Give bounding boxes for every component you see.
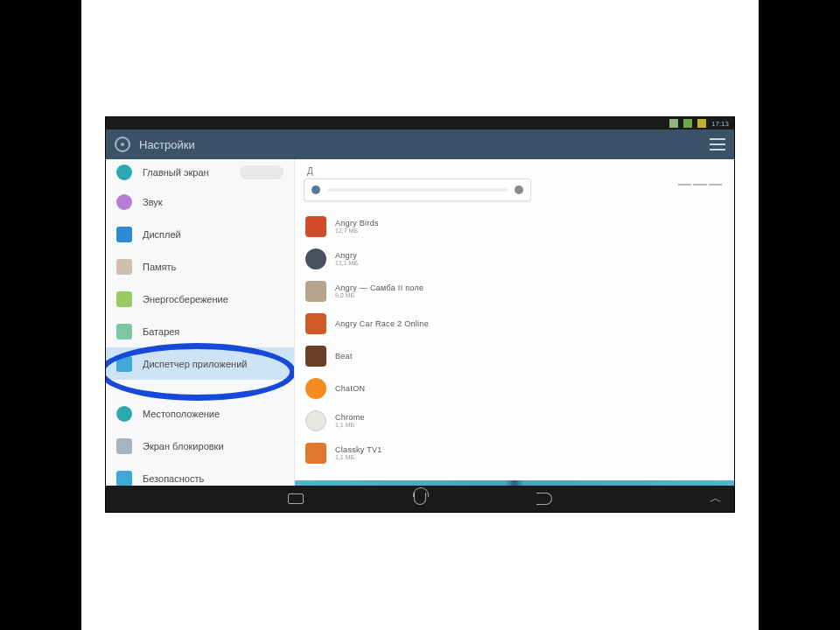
app-name: Angry [335,251,358,260]
app-size: 12,7 МБ [335,228,379,234]
sidebar-item-label: Батарея [143,326,179,337]
sidebar-item-label: Безопасность [143,473,204,484]
apps-icon [116,356,132,372]
nav-recent-button[interactable] [286,492,305,506]
sidebar-item-label: Экран блокировки [143,441,224,452]
app-size: 1,1 МБ [335,422,365,428]
security-icon [116,471,132,486]
app-title-bar: Настройки [106,130,734,159]
app-icon [305,378,326,399]
lockscreen-icon [116,438,132,454]
search-icon [312,186,320,194]
app-row[interactable]: Angry 11,1 МБ [304,242,722,275]
search-bar[interactable] [304,178,531,201]
storage-icon [116,259,132,275]
sidebar-item-label: Местоположение [143,409,220,419]
app-row[interactable]: ChatON [304,372,722,404]
home-screen-icon [116,164,132,180]
app-size: 9,0 МБ [335,292,424,298]
app-icon [305,443,326,464]
location-icon [116,406,132,422]
sidebar-item-storage[interactable]: Память [106,250,294,283]
status-time: 17:13 [711,120,729,128]
powersave-icon [116,291,132,307]
app-name: Angry — Самба II поле [335,284,424,292]
content-area: Главный экран Звук Дисплей Память [106,159,734,486]
page-background: 17:13 Настройки Главный экран Звук [81,0,759,630]
display-icon [116,227,132,242]
sidebar-item-battery[interactable]: Батарея [106,315,294,347]
battery-icon [697,119,706,128]
nav-home-button[interactable] [410,492,430,506]
sidebar-item-label: Память [143,262,176,272]
app-icon [305,281,326,302]
sidebar-item-label: Главный экран [143,167,209,178]
sidebar-item-label: Диспетчер приложений [143,359,247,369]
sort-icon[interactable] [678,184,722,191]
sidebar-item-powersave[interactable]: Энергосбережение [106,283,294,315]
app-icon [305,313,326,334]
app-icon [305,248,326,270]
app-list-panel: Д Angry Birds 12,7 МБ [295,159,734,486]
app-name: Angry Car Race 2 Online [335,319,429,328]
sidebar-item-display[interactable]: Дисплей [106,218,294,250]
toggle-pill[interactable] [240,165,284,179]
app-row[interactable]: Angry Birds 12,7 МБ [304,210,722,242]
battery-icon [116,324,132,340]
menu-icon[interactable] [710,138,725,150]
app-list[interactable]: Angry Birds 12,7 МБ Angry 11,1 МБ [304,210,722,482]
app-icon [305,346,326,367]
sound-icon [116,194,132,210]
app-size: 11,1 МБ [335,260,358,266]
navigation-bar: ︿ [106,486,734,512]
app-row[interactable]: Beat [304,340,722,372]
signal-icon [669,119,678,128]
sidebar-item-location[interactable]: Местоположение [106,397,294,430]
app-name: Classky TV1 [335,445,382,454]
search-input[interactable] [327,188,508,192]
app-name: Beat [335,352,353,360]
nav-caret-icon[interactable]: ︿ [710,491,722,507]
sidebar-item-sound[interactable]: Звук [106,186,294,218]
app-name: Chrome [335,413,365,422]
sidebar-item-security[interactable]: Безопасность [106,462,294,486]
app-name: ChatON [335,384,365,393]
app-title: Настройки [139,138,195,151]
nav-back-button[interactable] [535,492,554,506]
wifi-icon [683,119,692,128]
sidebar-item-lockscreen[interactable]: Экран блокировки [106,430,294,462]
sidebar-item-label: Энергосбережение [143,294,228,304]
sidebar-item-app-manager[interactable]: Диспетчер приложений [106,347,294,380]
app-row[interactable]: Angry — Самба II поле 9,0 МБ [304,275,722,307]
settings-sidebar: Главный экран Звук Дисплей Память [106,159,295,486]
tablet-viewport: 17:13 Настройки Главный экран Звук [105,116,735,513]
app-size: 1,1 МБ [335,454,382,460]
sidebar-spacer [106,380,294,397]
settings-gear-icon [115,136,130,152]
sidebar-item-home-screen[interactable]: Главный экран [106,159,294,186]
sidebar-item-label: Дисплей [143,229,181,240]
app-icon [305,216,326,237]
app-name: Angry Birds [335,219,379,228]
app-row[interactable]: Classky TV1 1,1 МБ [304,437,722,469]
mic-icon[interactable] [514,186,523,194]
app-row[interactable]: Chrome 1,1 МБ [304,404,722,437]
app-icon [305,410,326,431]
status-bar: 17:13 [106,117,734,130]
tab-letter: Д [307,166,313,176]
sidebar-item-label: Звук [143,197,163,207]
app-row[interactable]: Angry Car Race 2 Online [304,307,722,340]
